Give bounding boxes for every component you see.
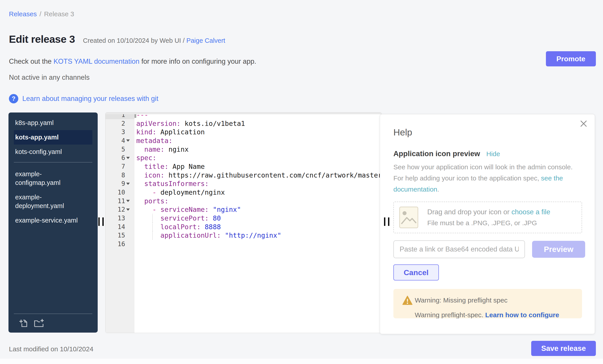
sidebar-file-kots-app.yaml[interactable]: kots-app.yaml: [14, 130, 92, 144]
icon-url-input[interactable]: [393, 240, 525, 258]
choose-file-link[interactable]: choose a file: [511, 208, 550, 216]
page-title: Edit release 3: [9, 33, 75, 45]
line-number-9: 9: [105, 179, 134, 188]
created-info: Created on 10/10/2024 by Web UI / Paige …: [83, 37, 225, 44]
line-number-7: 7: [105, 162, 134, 171]
line-number-16: 16: [105, 240, 134, 248]
channel-status: Not active in any channels: [9, 74, 90, 82]
preflight-warning: Warning: Missing preflight spec Warning …: [393, 289, 582, 318]
sidebar-file-example-deployment.yaml[interactable]: example-deployment.yaml: [14, 190, 92, 213]
warning-detail: Warning preflight-spec. Learn how to con…: [415, 311, 578, 318]
line-number-14: 14: [105, 222, 134, 231]
promote-button[interactable]: Promote: [546, 51, 596, 66]
indent-guide: [152, 214, 153, 222]
add-folder-icon[interactable]: [34, 319, 44, 328]
warning-title: Warning: Missing preflight spec: [415, 297, 578, 304]
code-content-12[interactable]: - serviceName: "nginx": [134, 205, 382, 214]
kots-yaml-docs-link[interactable]: KOTS YAML documentation: [54, 57, 139, 65]
yaml-editor[interactable]: 1---2apiVersion: kots.io/v1beta13kind: A…: [105, 112, 382, 333]
drag-bar-icon: [102, 217, 104, 226]
code-line-8[interactable]: 8 icon: https://raw.githubusercontent.co…: [105, 171, 382, 179]
code-line-12[interactable]: 12 - serviceName: "nginx": [105, 205, 382, 214]
code-line-11[interactable]: 11 ports:: [105, 197, 382, 205]
git-help-row: ? Learn about managing your releases wit…: [9, 94, 158, 103]
icon-dropzone[interactable]: Drag and drop your icon or choose a file…: [393, 202, 582, 233]
drag-bar-icon: [388, 217, 389, 226]
cancel-button[interactable]: Cancel: [393, 265, 439, 280]
line-number-8: 8: [105, 171, 134, 179]
file-sidebar: k8s-app.yamlkots-app.yamlkots-config.yam…: [9, 112, 98, 333]
code-content-5[interactable]: name: nginx: [134, 145, 382, 154]
code-content-16[interactable]: [134, 240, 382, 248]
breadcrumb-separator: /: [39, 10, 41, 18]
sidebar-file-example-service.yaml[interactable]: example-service.yaml: [14, 213, 92, 228]
sidebar-file-kots-config.yaml[interactable]: kots-config.yaml: [14, 144, 92, 159]
code-content-2[interactable]: apiVersion: kots.io/v1beta1: [134, 119, 382, 128]
warning-detail-text: Warning preflight-spec.: [415, 311, 485, 318]
fold-arrow-icon[interactable]: [126, 209, 130, 211]
code-line-3[interactable]: 3kind: Application: [105, 128, 382, 136]
dropzone-requirements: File must be a .PNG, .JPEG, or .JPG: [427, 219, 550, 227]
sidebar-file-k8s-app.yaml[interactable]: k8s-app.yaml: [14, 116, 92, 130]
resize-handle-right[interactable]: [384, 217, 389, 226]
code-line-9[interactable]: 9 statusInformers:: [105, 179, 382, 188]
code-line-4[interactable]: 4metadata:: [105, 136, 382, 145]
code-content-14[interactable]: localPort: 8888: [134, 222, 382, 231]
code-line-6[interactable]: 6spec:: [105, 154, 382, 162]
help-panel-title: Help: [393, 127, 412, 138]
line-number-6: 6: [105, 154, 134, 162]
breadcrumb-current: Release 3: [44, 10, 74, 18]
code-content-3[interactable]: kind: Application: [134, 128, 382, 136]
code-line-16[interactable]: 16: [105, 240, 382, 248]
code-content-7[interactable]: title: App Name: [134, 162, 382, 171]
code-line-2[interactable]: 2apiVersion: kots.io/v1beta1: [105, 119, 382, 128]
hide-link[interactable]: Hide: [486, 150, 500, 158]
editor-top-strip: [105, 112, 382, 114]
code-content-8[interactable]: icon: https://raw.githubusercontent.com/…: [134, 171, 382, 179]
last-modified-text: Last modified on 10/10/2024: [9, 345, 93, 353]
code-line-10[interactable]: 10 - deployment/nginx: [105, 188, 382, 197]
fold-arrow-icon[interactable]: [126, 139, 130, 142]
line-number-4: 4: [105, 136, 134, 145]
indent-guide: [152, 231, 153, 240]
code-content-4[interactable]: metadata:: [134, 136, 382, 145]
breadcrumb-releases-link[interactable]: Releases: [9, 10, 37, 18]
author-link[interactable]: Paige Calvert: [186, 37, 225, 44]
learn-how-to-configure-link[interactable]: Learn how to configure: [485, 311, 559, 318]
close-icon[interactable]: [580, 120, 588, 128]
warning-triangle-icon: [402, 295, 413, 305]
sidebar-footer: [14, 314, 92, 333]
bottom-bar: [0, 359, 603, 364]
line-number-3: 3: [105, 128, 134, 136]
save-release-button[interactable]: Save release: [531, 341, 596, 356]
code-line-5[interactable]: 5 name: nginx: [105, 145, 382, 154]
desc-period: .: [437, 186, 439, 193]
help-panel: Help Application icon preview Hide See h…: [380, 114, 595, 334]
code-content-10[interactable]: - deployment/nginx: [134, 188, 382, 197]
image-placeholder-icon: [399, 207, 418, 228]
fold-arrow-icon[interactable]: [126, 200, 130, 202]
docs-prefix: Check out the: [9, 57, 54, 65]
add-file-icon[interactable]: [19, 319, 28, 328]
fold-arrow-icon[interactable]: [126, 157, 130, 159]
file-list-bottom: example-configmap.yamlexample-deployment…: [9, 167, 98, 228]
docs-suffix: for more info on configuring your app.: [139, 57, 256, 65]
git-help-link[interactable]: Learn about managing your releases with …: [22, 95, 158, 103]
code-content-15[interactable]: applicationUrl: "http://nginx": [134, 231, 382, 240]
code-content-9[interactable]: statusInformers:: [134, 179, 382, 188]
code-content-6[interactable]: spec:: [134, 154, 382, 162]
code-line-13[interactable]: 13 servicePort: 80: [105, 214, 382, 222]
preview-button[interactable]: Preview: [532, 241, 585, 258]
code-lines: 1---2apiVersion: kots.io/v1beta13kind: A…: [105, 112, 382, 248]
line-number-5: 5: [105, 145, 134, 154]
code-content-11[interactable]: ports:: [134, 197, 382, 205]
code-line-15[interactable]: 15 applicationUrl: "http://nginx": [105, 231, 382, 240]
line-number-2: 2: [105, 119, 134, 128]
fold-arrow-icon[interactable]: [126, 183, 130, 185]
code-line-7[interactable]: 7 title: App Name: [105, 162, 382, 171]
code-line-14[interactable]: 14 localPort: 8888: [105, 222, 382, 231]
resize-handle-left[interactable]: [98, 217, 104, 226]
code-content-13[interactable]: servicePort: 80: [134, 214, 382, 222]
sidebar-file-example-configmap.yaml[interactable]: example-configmap.yaml: [14, 167, 92, 190]
indent-guide: [152, 222, 153, 231]
